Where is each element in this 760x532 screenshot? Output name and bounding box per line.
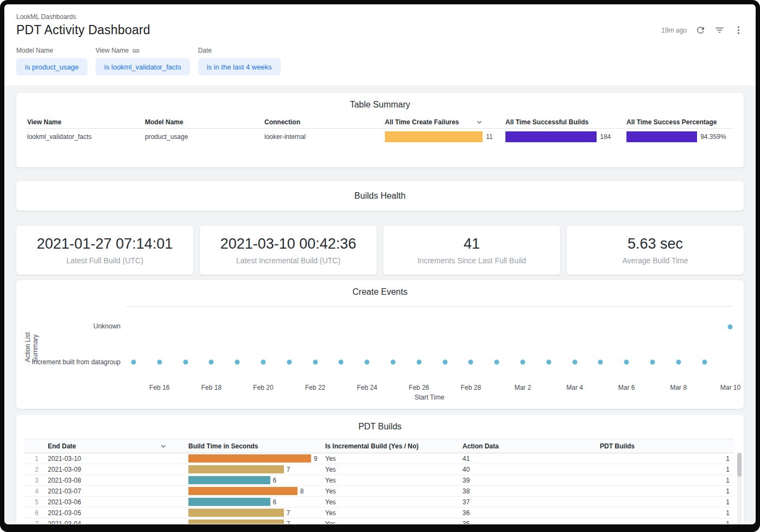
x-tick-label: Feb 28 <box>461 384 481 391</box>
kpi-value: 5.63 sec <box>628 236 683 252</box>
view-name-cell: lookml_validator_facts <box>27 133 145 141</box>
dashboard-header: LookML Dashboards PDT Activity Dashboard… <box>4 4 756 85</box>
scatter-point[interactable] <box>546 360 551 365</box>
scatter-point[interactable] <box>598 360 603 365</box>
scatter-point[interactable] <box>572 360 577 365</box>
column-header-build-time[interactable]: Build Time in Seconds <box>188 442 325 450</box>
end-date-cell: 2021-03-10 <box>48 455 188 463</box>
x-tick-label: Feb 22 <box>305 384 325 391</box>
build-time-bar[interactable] <box>188 465 284 473</box>
table-row[interactable]: 62021-03-057Yes361 <box>24 508 734 518</box>
scatter-point[interactable] <box>313 360 318 365</box>
table-row[interactable]: 72021-03-047Yes351 <box>24 518 734 524</box>
scatter-point[interactable] <box>287 360 292 365</box>
scatter-point[interactable] <box>209 360 214 365</box>
data-bar[interactable] <box>505 131 597 142</box>
column-header-connection[interactable]: Connection <box>264 118 385 126</box>
dashboard-filters-button[interactable] <box>714 25 725 35</box>
scatter-point[interactable] <box>676 360 681 365</box>
scatter-point[interactable] <box>131 360 136 365</box>
filter-view-name: View Name is lookml_validator_facts <box>96 46 190 75</box>
kpi-value: 2021-01-27 07:14:01 <box>37 236 173 252</box>
scatter-point[interactable] <box>521 360 525 365</box>
builds-health-tile: Builds Health <box>16 181 744 211</box>
scatter-point[interactable] <box>416 360 421 365</box>
scatter-point[interactable] <box>339 360 344 365</box>
table-header-row: End Date Build Time in Seconds Is Increm… <box>24 439 734 453</box>
scrollbar[interactable] <box>737 453 742 524</box>
table-row[interactable]: 12021-03-109Yes411 <box>24 453 734 464</box>
column-header-action-data[interactable]: Action Data <box>463 442 600 450</box>
column-header-incremental[interactable]: Is Incremental Build (Yes / No) <box>325 442 463 450</box>
tile-title: Create Events <box>27 287 733 297</box>
app-window: LookML Dashboards PDT Activity Dashboard… <box>0 0 760 532</box>
refresh-button[interactable] <box>695 25 706 35</box>
build-time-bar[interactable] <box>188 476 270 484</box>
table-row[interactable]: 42021-03-078Yes381 <box>24 486 734 497</box>
dashboard-body: Table Summary View Name Model Name Conne… <box>4 85 756 524</box>
header-actions: 19m ago <box>661 25 744 35</box>
build-time-bar[interactable] <box>188 487 297 495</box>
scatter-point[interactable] <box>391 360 396 365</box>
end-date-cell: 2021-03-09 <box>48 466 188 473</box>
scatter-point[interactable] <box>365 360 370 365</box>
build-time-bar[interactable] <box>188 509 284 517</box>
table-row[interactable]: 32021-03-086Yes391 <box>24 475 734 486</box>
success-percentage-cell: 94.359% <box>626 131 733 142</box>
scatter-point[interactable] <box>728 324 733 329</box>
scatter-point[interactable] <box>442 360 447 365</box>
scatter-point[interactable] <box>468 360 473 365</box>
incremental-cell: Yes <box>325 487 463 495</box>
x-tick-label: Feb 18 <box>201 384 221 391</box>
scatter-point[interactable] <box>650 360 655 365</box>
build-time-bar[interactable] <box>188 498 270 506</box>
scatter-point[interactable] <box>702 360 707 365</box>
build-time-bar[interactable] <box>188 520 284 524</box>
data-bar[interactable] <box>626 131 697 142</box>
pdt-builds-cell: 1 <box>600 455 734 463</box>
pdt-builds-cell: 1 <box>600 509 734 517</box>
column-header-model-name[interactable]: Model Name <box>145 118 264 126</box>
dashboard-menu-button[interactable] <box>733 25 744 35</box>
table-row[interactable]: 22021-03-097Yes401 <box>24 464 734 475</box>
column-header-success-percentage[interactable]: All Time Success Percentage <box>626 118 733 126</box>
y-category-label: Unknown <box>93 322 121 330</box>
table-row[interactable]: lookml_validator_facts product_usage loo… <box>27 129 733 145</box>
scatter-point[interactable] <box>624 360 629 365</box>
breadcrumb[interactable]: LookML Dashboards <box>16 13 744 21</box>
bar-value: 94.359% <box>700 133 726 141</box>
x-tick-label: Mar 2 <box>515 384 531 391</box>
end-date-cell: 2021-03-04 <box>48 520 188 524</box>
scatter-point[interactable] <box>261 360 266 365</box>
more-vert-icon <box>733 25 744 35</box>
build-time-bar[interactable] <box>188 454 311 463</box>
scatter-point[interactable] <box>495 360 499 365</box>
scatter-point[interactable] <box>157 360 162 365</box>
tile-title: Table Summary <box>27 99 733 110</box>
incremental-cell: Yes <box>325 509 463 517</box>
column-header-pdt-builds[interactable]: PDT Builds <box>600 442 734 450</box>
data-bar[interactable] <box>385 131 483 142</box>
y-category-label: Increment built from datagroup <box>32 358 121 366</box>
filter-chip[interactable]: is in the last 4 weeks <box>198 58 281 75</box>
filter-label: Date <box>198 47 212 54</box>
tile-title: Builds Health <box>354 191 406 201</box>
column-header-view-name[interactable]: View Name <box>27 118 145 126</box>
column-header-successful-builds[interactable]: All Time Successful Builds <box>505 118 626 126</box>
y-axis-title: Action List Summary <box>24 325 39 362</box>
column-header-create-failures[interactable]: All Time Create Failures <box>385 118 505 126</box>
build-time-cell: 7 <box>188 520 325 524</box>
column-header-end-date[interactable]: End Date <box>48 442 188 451</box>
table-row[interactable]: 52021-03-066Yes371 <box>24 497 734 508</box>
scatter-point[interactable] <box>183 360 188 365</box>
filter-chip[interactable]: is lookml_validator_facts <box>96 58 190 75</box>
model-name-cell: product_usage <box>145 133 264 141</box>
action-data-cell: 38 <box>463 487 600 495</box>
scatter-point[interactable] <box>235 360 240 365</box>
filter-chip[interactable]: is product_usage <box>16 58 87 75</box>
pdt-builds-cell: 1 <box>600 520 734 524</box>
pdt-builds-table: End Date Build Time in Seconds Is Increm… <box>24 439 734 524</box>
scrollbar-thumb[interactable] <box>737 453 742 477</box>
build-time-cell: 6 <box>188 498 325 506</box>
refresh-icon <box>695 25 706 35</box>
